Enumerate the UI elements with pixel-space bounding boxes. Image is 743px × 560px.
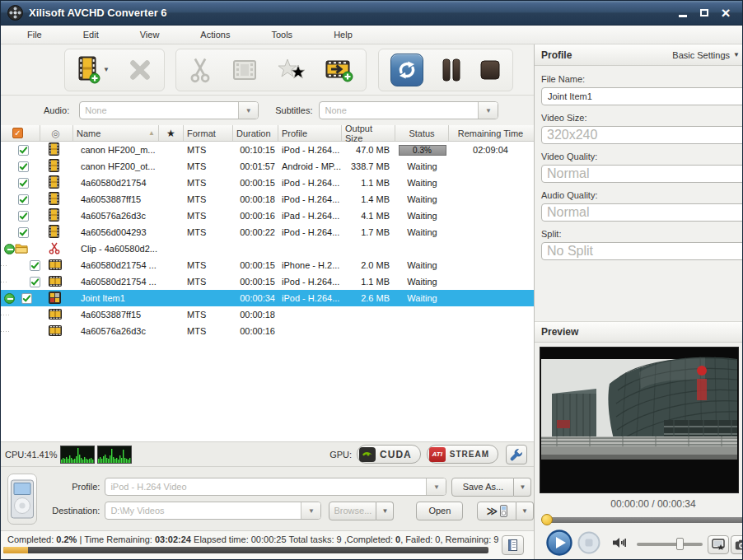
column-profile[interactable]: Profile — [278, 125, 342, 141]
column-disc[interactable]: ◎ — [40, 125, 73, 141]
row-status: 0.3% — [395, 142, 449, 158]
table-row[interactable]: 4a60580d21754MTS00:00:15iPod - H.264...1… — [1, 175, 534, 191]
table-row[interactable]: 4a6053887ff15MTS00:00:18iPod - H.264...1… — [1, 191, 534, 208]
table-row[interactable]: canon HF200_m...MTS00:10:15iPod - H.264.… — [1, 142, 534, 158]
row-checkbox[interactable] — [30, 260, 40, 271]
row-format: MTS — [184, 323, 233, 339]
table-row[interactable]: 4a6053887ff15MTS00:00:18 — [1, 306, 534, 323]
effects-button[interactable] — [277, 57, 306, 83]
column-rating[interactable]: ★ — [159, 125, 184, 141]
cut-clip-button[interactable] — [188, 57, 213, 83]
delete-button[interactable] — [128, 58, 152, 82]
convert-button[interactable] — [390, 54, 423, 86]
check-all-checkbox[interactable]: ✓ — [12, 128, 23, 138]
row-remaining-time — [449, 306, 532, 323]
close-button[interactable]: × — [719, 7, 732, 20]
snapshot-camera-button[interactable] — [731, 535, 743, 554]
column-name[interactable]: Name▲ — [73, 125, 159, 141]
row-checkbox[interactable] — [18, 211, 29, 222]
collapse-toggle[interactable] — [4, 293, 15, 304]
table-row[interactable]: 4a60580d21754 ...MTS00:00:15iPod - H.264… — [1, 273, 534, 290]
column-format[interactable]: Format — [184, 125, 233, 141]
row-checkbox[interactable] — [21, 293, 32, 304]
ati-stream-toggle-button[interactable]: ATI STREAM — [427, 445, 498, 464]
save-as-dropdown-arrow[interactable]: ▼ — [514, 478, 531, 497]
stop-button[interactable] — [479, 59, 501, 81]
column-output-size[interactable]: Output Size — [342, 125, 395, 141]
transfer-to-device-button[interactable]: ≫ — [477, 502, 516, 520]
row-checkbox[interactable] — [18, 194, 29, 205]
file-name-input[interactable]: Joint Item1 — [541, 87, 743, 105]
audio-quality-select[interactable]: Normal ▼ — [541, 203, 743, 222]
row-checkbox[interactable] — [18, 161, 29, 172]
task-info-button[interactable] — [502, 535, 524, 555]
audio-select[interactable]: None ▼ — [79, 101, 259, 119]
seek-handle[interactable] — [541, 514, 553, 525]
row-name: Joint Item1 — [73, 290, 159, 306]
cpu-gpu-bar: CPU:41.41% GPU: CUDA ATI STREAM — [1, 441, 534, 466]
menu-file[interactable]: File — [16, 26, 54, 44]
video-size-select[interactable]: 320x240 ▼ — [541, 126, 743, 144]
menu-help[interactable]: Help — [322, 26, 364, 44]
video-quality-select[interactable]: Normal ▼ — [541, 165, 743, 183]
column-status[interactable]: Status — [395, 125, 449, 141]
column-remaining-label: Remaining Time — [458, 128, 523, 138]
table-row[interactable]: 4a60576a26d3cMTS00:00:16 — [1, 323, 534, 339]
row-checkbox[interactable] — [18, 178, 29, 189]
video-size-label: Video Size: — [541, 113, 743, 123]
row-checkbox[interactable] — [18, 227, 29, 238]
transfer-dropdown-arrow[interactable]: ▼ — [516, 502, 534, 520]
stop-playback-button[interactable] — [577, 531, 600, 558]
column-status-label: Status — [409, 128, 434, 138]
menu-view[interactable]: View — [129, 26, 171, 44]
row-checkbox[interactable] — [18, 145, 29, 156]
row-checkbox[interactable] — [30, 277, 40, 287]
volume-icon[interactable] — [612, 535, 627, 553]
seek-track[interactable] — [544, 517, 743, 523]
row-status: Waiting — [395, 273, 449, 290]
table-row[interactable]: 4a6056d004293MTS00:00:22iPod - H.264...1… — [1, 224, 534, 240]
menu-tools[interactable]: Tools — [259, 26, 304, 44]
add-output-profile-button[interactable] — [325, 57, 354, 83]
row-name: canon HF200_ot... — [73, 158, 159, 175]
table-row[interactable]: Joint Item100:00:34iPod - H.264...2.6 MB… — [1, 290, 534, 306]
add-video-dropdown-arrow[interactable]: ▼ — [103, 66, 110, 73]
table-row[interactable]: canon HF200_ot...MTS00:01:57Android - MP… — [1, 158, 534, 175]
settings-wrench-button[interactable] — [506, 445, 527, 464]
add-video-button[interactable]: ▼ — [77, 56, 110, 84]
column-output-size-label: Output Size — [345, 124, 391, 143]
target-device-button[interactable] — [7, 474, 37, 525]
column-check-all[interactable]: ✓ — [1, 125, 40, 141]
seek-bar[interactable] — [540, 513, 743, 526]
pause-button[interactable] — [442, 58, 461, 82]
row-type-cell — [40, 142, 73, 158]
output-profile-select[interactable]: iPod - H.264 Video ▼ — [105, 478, 446, 496]
cuda-toggle-button[interactable]: CUDA — [357, 445, 421, 464]
basic-settings-dropdown[interactable]: Basic Settings ▼ — [672, 50, 740, 60]
volume-slider-thumb[interactable] — [676, 538, 684, 550]
destination-select[interactable]: D:\My Videos ▼ — [105, 502, 321, 520]
column-duration[interactable]: Duration — [233, 125, 278, 141]
table-row[interactable]: 4a60576a26d3cMTS00:00:16iPad - H.264...4… — [1, 208, 534, 224]
row-output-size: 1.7 MB — [342, 224, 395, 240]
row-status: Waiting — [395, 175, 449, 191]
save-as-button[interactable]: Save As... — [451, 478, 514, 497]
maximize-button[interactable] — [698, 7, 711, 20]
browse-dropdown-arrow[interactable]: ▼ — [376, 502, 394, 520]
table-row[interactable]: Clip - 4a60580d2... — [1, 240, 534, 257]
browse-button[interactable]: Browse... — [329, 502, 376, 520]
menu-edit[interactable]: Edit — [72, 26, 110, 44]
row-name: 4a60576a26d3c — [73, 208, 159, 224]
crop-frame-button[interactable] — [231, 58, 259, 82]
open-button[interactable]: Open — [416, 502, 463, 520]
play-button[interactable] — [546, 530, 572, 559]
column-remaining[interactable]: Remaining Time — [449, 125, 532, 141]
apply-to-output-button[interactable] — [708, 535, 729, 554]
split-select[interactable]: No Split ▼ — [541, 242, 743, 260]
menu-actions[interactable]: Actions — [189, 26, 241, 44]
table-row[interactable]: 4a60580d21754 ...MTS00:00:15iPhone - H.2… — [1, 257, 534, 273]
subtitles-select[interactable]: None ▼ — [319, 101, 498, 119]
collapse-toggle[interactable] — [4, 244, 15, 254]
volume-slider[interactable] — [637, 543, 703, 546]
minimize-button[interactable] — [676, 7, 689, 20]
